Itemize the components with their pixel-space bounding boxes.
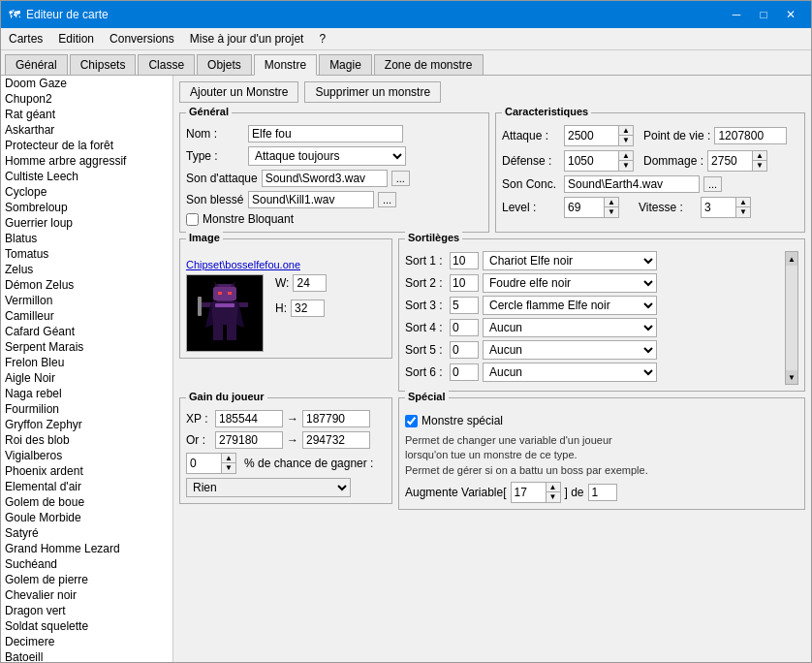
defense-down[interactable]: ▼	[619, 161, 633, 171]
tab-zone-monstre[interactable]: Zone de monstre	[374, 54, 484, 75]
list-item[interactable]: Chevalier noir	[1, 587, 172, 603]
list-item[interactable]: Cyclope	[1, 184, 172, 200]
list-item[interactable]: Démon Zelus	[1, 277, 172, 293]
list-item[interactable]: Satyré	[1, 525, 172, 541]
list-item[interactable]: Elemental d'air	[1, 479, 172, 494]
list-item[interactable]: Gryffon Zephyr	[1, 417, 172, 432]
de-value-input[interactable]	[588, 484, 617, 501]
sort3-num[interactable]	[450, 297, 479, 314]
level-input[interactable]	[565, 200, 604, 215]
type-select[interactable]: Attaque toujours	[248, 146, 406, 166]
sort2-num[interactable]	[450, 274, 479, 292]
monstre-bloquant-checkbox[interactable]	[186, 213, 199, 226]
list-item[interactable]: Frelon Bleu	[1, 355, 172, 370]
list-item[interactable]: Soldat squelette	[1, 618, 172, 634]
vitesse-up[interactable]: ▲	[736, 198, 750, 207]
list-item[interactable]: Vigialberos	[1, 448, 172, 463]
sort5-select[interactable]: Aucun	[483, 340, 657, 360]
list-item[interactable]: Roi des blob	[1, 432, 172, 448]
pct-input[interactable]	[187, 456, 221, 471]
level-spinner[interactable]: ▲ ▼	[564, 197, 619, 218]
monster-list-panel[interactable]: Doom Gaze Chupon2 Rat géant Askarthar Pr…	[1, 76, 173, 662]
monstre-special-checkbox[interactable]	[405, 415, 418, 427]
tab-chipsets[interactable]: Chipsets	[70, 54, 137, 75]
or-from-input[interactable]	[215, 431, 283, 449]
maximize-button[interactable]: □	[751, 5, 776, 24]
son-attaque-browse[interactable]: ...	[391, 171, 410, 186]
list-item[interactable]: Camilleur	[1, 308, 172, 324]
augmente-input[interactable]	[512, 485, 546, 500]
minimize-button[interactable]: ─	[724, 5, 749, 24]
list-item[interactable]: Zelus	[1, 262, 172, 277]
sort4-select[interactable]: Aucun	[483, 318, 657, 337]
defense-spinner[interactable]: ▲ ▼	[564, 150, 634, 172]
sort6-num[interactable]	[450, 363, 479, 381]
add-monster-button[interactable]: Ajouter un Monstre	[179, 81, 298, 103]
level-down[interactable]: ▼	[605, 207, 618, 217]
w-input[interactable]	[293, 274, 327, 292]
list-item[interactable]: Doom Gaze	[1, 76, 172, 91]
list-item[interactable]: Cultiste Leech	[1, 169, 172, 184]
menu-edition[interactable]: Edition	[50, 30, 102, 47]
xp-to-input[interactable]	[302, 410, 370, 427]
list-item[interactable]: Homme arbre aggressif	[1, 153, 172, 169]
dommage-down[interactable]: ▼	[753, 161, 766, 171]
delete-monster-button[interactable]: Supprimer un monstre	[304, 81, 441, 103]
pv-input[interactable]	[714, 127, 787, 144]
list-item[interactable]: Phoenix ardent	[1, 463, 172, 479]
list-item[interactable]: Aigle Noir	[1, 370, 172, 386]
list-item[interactable]: Vermillon	[1, 293, 172, 308]
chipset-link[interactable]: Chipset\bosselfefou.one	[186, 259, 386, 270]
list-item[interactable]: Fourmilion	[1, 401, 172, 417]
list-item[interactable]: Goule Morbide	[1, 510, 172, 525]
tab-magie[interactable]: Magie	[319, 54, 372, 75]
h-input[interactable]	[291, 300, 325, 317]
list-item[interactable]: Tomatus	[1, 246, 172, 262]
son-conc-input[interactable]	[564, 175, 700, 193]
list-item[interactable]: Rat géant	[1, 107, 172, 122]
list-item[interactable]: Guerrier loup	[1, 215, 172, 231]
sort3-select[interactable]: Cercle flamme Elfe noir	[483, 296, 657, 315]
augmente-down[interactable]: ▼	[547, 492, 560, 502]
tab-monstre[interactable]: Monstre	[254, 54, 317, 76]
sort2-select[interactable]: Foudre elfe noir	[483, 273, 657, 293]
vitesse-spinner[interactable]: ▲ ▼	[701, 197, 751, 218]
attaque-input[interactable]	[565, 128, 618, 143]
list-item[interactable]: Blatus	[1, 231, 172, 246]
scroll-up-btn[interactable]: ▲	[786, 252, 797, 266]
tab-general[interactable]: Général	[5, 54, 68, 75]
list-item[interactable]: Batoeill	[1, 649, 172, 662]
sort1-num[interactable]	[450, 252, 479, 269]
list-item[interactable]: Decimere	[1, 634, 172, 649]
xp-from-input[interactable]	[215, 410, 283, 427]
pct-down[interactable]: ▼	[222, 463, 235, 473]
son-conc-browse[interactable]: ...	[703, 176, 722, 192]
list-item[interactable]: Dragon vert	[1, 603, 172, 618]
sort6-select[interactable]: Aucun	[483, 363, 657, 382]
attaque-down[interactable]: ▼	[619, 136, 633, 145]
pct-up[interactable]: ▲	[222, 454, 235, 463]
son-blesse-input[interactable]	[248, 191, 374, 208]
defense-input[interactable]	[565, 153, 618, 169]
son-blesse-browse[interactable]: ...	[378, 192, 396, 207]
menu-conversions[interactable]: Conversions	[102, 30, 182, 47]
dommage-spinner[interactable]: ▲ ▼	[707, 150, 767, 172]
menu-maj[interactable]: Mise à jour d'un projet	[182, 30, 312, 47]
nom-input[interactable]	[248, 125, 403, 142]
dommage-input[interactable]	[708, 153, 752, 169]
scroll-down-btn[interactable]: ▼	[786, 370, 797, 384]
close-button[interactable]: ✕	[778, 5, 803, 24]
menu-cartes[interactable]: Cartes	[1, 30, 50, 47]
list-item[interactable]: Grand Homme Lezard	[1, 541, 172, 556]
dommage-up[interactable]: ▲	[753, 151, 766, 161]
tab-classe[interactable]: Classe	[138, 54, 195, 75]
list-item[interactable]: Golem de pierre	[1, 572, 172, 587]
menu-help[interactable]: ?	[311, 30, 333, 47]
or-to-input[interactable]	[302, 431, 370, 449]
augmente-up[interactable]: ▲	[547, 483, 560, 492]
list-item[interactable]: Cafard Géant	[1, 324, 172, 339]
attaque-up[interactable]: ▲	[619, 126, 633, 136]
list-item[interactable]: Naga rebel	[1, 386, 172, 401]
son-attaque-input[interactable]	[262, 170, 388, 187]
list-item[interactable]: Golem de boue	[1, 494, 172, 510]
